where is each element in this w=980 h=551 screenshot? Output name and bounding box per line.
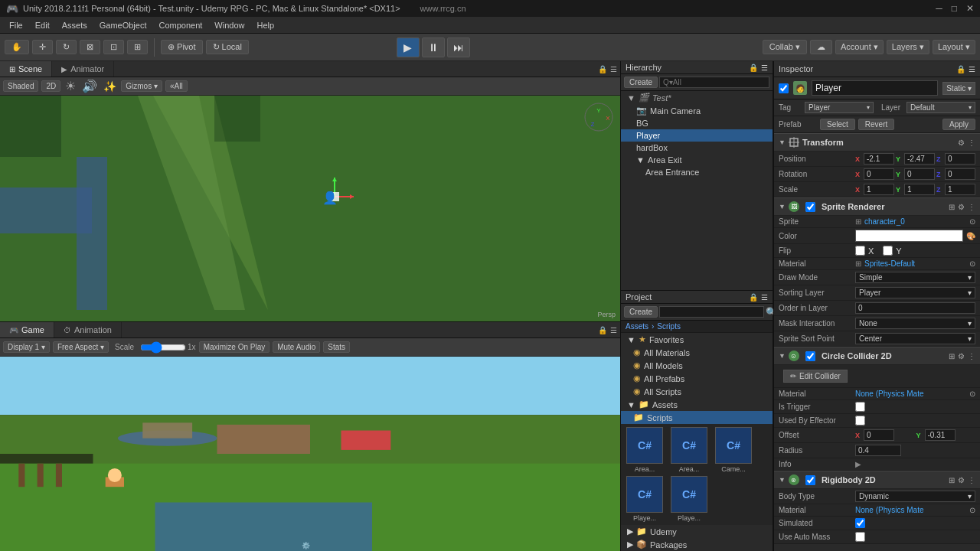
sprite-value[interactable]: character_0 — [864, 217, 905, 226]
assets-section[interactable]: ▼ 📁 Assets — [621, 398, 773, 411]
favorites-materials[interactable]: ◉ All Materials — [621, 346, 773, 359]
packages-folder[interactable]: ▶ 📦 Packages — [621, 538, 773, 551]
transform-icon-settings[interactable]: ⚙ — [958, 139, 965, 147]
hierarchy-create[interactable]: Create — [624, 77, 658, 88]
radius-input[interactable] — [855, 445, 901, 456]
asset-camera[interactable]: C# Came... — [713, 427, 754, 473]
favorites-section[interactable]: ▼ ★ Favorites — [621, 333, 773, 346]
material-pick[interactable]: ⊙ — [969, 259, 975, 268]
menu-gameobject[interactable]: GameObject — [93, 21, 153, 30]
order-layer-input[interactable] — [855, 302, 975, 314]
aspect-dropdown[interactable]: Free Aspect ▾ — [53, 341, 109, 353]
mask-dropdown[interactable]: None ▾ — [855, 318, 975, 329]
collab-button[interactable]: Collab ▾ — [763, 40, 807, 54]
simulated-checkbox[interactable] — [855, 518, 865, 528]
hierarchy-lock[interactable]: 🔒 — [749, 64, 758, 72]
tag-dropdown[interactable]: Player ▾ — [805, 102, 874, 113]
hierarchy-area-entrance[interactable]: Area Entrance — [621, 166, 773, 178]
scripts-folder-item[interactable]: 📁 Scripts — [621, 411, 773, 424]
pos-y-input[interactable] — [904, 153, 935, 165]
game-lock[interactable]: 🔒 — [598, 326, 607, 334]
fx-toggle[interactable]: ✨ — [102, 80, 118, 93]
audio-toggle[interactable]: 🔊 — [80, 79, 99, 93]
sprite-renderer-header[interactable]: ▼ 🖼 Sprite Renderer ⊞ ⚙ ⋮ — [774, 197, 980, 216]
sprite-renderer-checkbox[interactable] — [805, 202, 815, 212]
inspector-menu[interactable]: ☰ — [969, 65, 975, 73]
pos-z-input[interactable] — [945, 153, 975, 165]
game-menu[interactable]: ☰ — [610, 326, 617, 334]
minimize-button[interactable]: ─ — [936, 3, 942, 14]
hand-tool[interactable]: ✋ — [5, 40, 29, 54]
project-search-input[interactable] — [659, 306, 764, 318]
auto-mass-checkbox[interactable] — [855, 532, 865, 542]
cc-icon-settings[interactable]: ⚙ — [958, 352, 965, 360]
static-button[interactable]: Static ▾ — [942, 82, 975, 95]
hierarchy-search-input[interactable] — [659, 77, 769, 88]
sprite-pick[interactable]: ⊙ — [969, 217, 975, 226]
apply-button[interactable]: Apply — [942, 119, 975, 130]
transform-tool[interactable]: ⊞ — [127, 40, 148, 54]
rot-y-input[interactable] — [904, 168, 935, 180]
pivot-button[interactable]: ⊕ Pivot — [161, 40, 203, 54]
transform-icon-more[interactable]: ⋮ — [968, 139, 975, 147]
close-button[interactable]: ✕ — [966, 3, 974, 14]
layers-dropdown[interactable]: Layers ▾ — [887, 40, 929, 54]
edit-collider-button[interactable]: ✏ Edit Collider — [783, 370, 848, 383]
asset-player-2[interactable]: C# Playe... — [668, 476, 710, 522]
rigidbody-checkbox[interactable] — [805, 475, 815, 485]
tab-animator[interactable]: ▶ Animator — [52, 61, 114, 77]
transform-header[interactable]: ▼ Transform ⚙ ⋮ — [774, 133, 980, 152]
account-dropdown[interactable]: Account ▾ — [835, 40, 884, 54]
circle-collider-header[interactable]: ▼ ⊙ Circle Collider 2D ⊞ ⚙ ⋮ — [774, 347, 980, 365]
hierarchy-scene-item[interactable]: ▼ 🎬 Test* — [621, 91, 773, 104]
hierarchy-hardbox[interactable]: hardBox — [621, 142, 773, 154]
display-dropdown[interactable]: Display 1 ▾ — [3, 341, 50, 353]
cc-material-value[interactable]: None (Physics Mate — [855, 390, 923, 398]
tab-animation[interactable]: ⏱ Animation — [54, 322, 122, 337]
pos-x-input[interactable] — [864, 153, 894, 165]
move-tool[interactable]: ✛ — [32, 40, 53, 54]
project-lock[interactable]: 🔒 — [749, 293, 758, 302]
mute-button[interactable]: Mute Audio — [273, 341, 320, 353]
sprite-renderer-icon-settings[interactable]: ⚙ — [958, 203, 965, 211]
project-create[interactable]: Create — [624, 306, 658, 318]
scale-x-input[interactable] — [864, 184, 894, 195]
step-button[interactable]: ⏭ — [447, 37, 470, 57]
sort-point-dropdown[interactable]: Center ▾ — [855, 333, 975, 344]
offset-x-input[interactable] — [864, 429, 894, 441]
material-value[interactable]: Sprites-Default — [864, 259, 915, 268]
info-arrow[interactable]: ▶ — [855, 460, 861, 468]
trigger-checkbox[interactable] — [855, 402, 865, 412]
rb-material-value[interactable]: None (Physics Mate — [855, 506, 923, 514]
scale-y-input[interactable] — [904, 184, 935, 195]
rb-icon-ref[interactable]: ⊞ — [949, 476, 955, 484]
sprite-renderer-icon-more[interactable]: ⋮ — [968, 203, 975, 211]
favorites-prefabs[interactable]: ◉ All Prefabs — [621, 372, 773, 385]
breadcrumb-scripts[interactable]: Scripts — [657, 322, 681, 331]
cc-material-pick[interactable]: ⊙ — [969, 390, 975, 398]
menu-help[interactable]: Help — [250, 21, 280, 30]
menu-component[interactable]: Component — [152, 21, 208, 30]
scale-tool[interactable]: ⊠ — [80, 40, 100, 54]
2d-toggle[interactable]: 2D — [41, 80, 60, 92]
rot-x-input[interactable] — [864, 168, 894, 180]
local-button[interactable]: ↻ Local — [206, 40, 249, 54]
flip-x-checkbox[interactable] — [855, 246, 865, 256]
scene-menu[interactable]: ☰ — [610, 65, 617, 73]
circle-collider-checkbox[interactable] — [805, 351, 815, 361]
asset-area-1[interactable]: C# Area... — [624, 427, 665, 473]
scale-slider[interactable] — [140, 344, 186, 350]
rb-material-pick[interactable]: ⊙ — [969, 506, 975, 514]
draw-mode-dropdown[interactable]: Simple ▾ — [855, 272, 975, 283]
layer-dropdown[interactable]: Default ▾ — [906, 102, 975, 113]
object-active-checkbox[interactable] — [779, 83, 789, 93]
color-picker-icon[interactable]: 🎨 — [966, 232, 975, 240]
color-swatch[interactable] — [855, 230, 963, 242]
stats-button[interactable]: Stats — [323, 341, 350, 353]
hierarchy-player[interactable]: Player — [621, 129, 773, 142]
scene-lock[interactable]: 🔒 — [598, 65, 607, 73]
maximize-button[interactable]: Maximize On Play — [199, 341, 270, 353]
sprite-renderer-icon-ref[interactable]: ⊞ — [949, 203, 955, 211]
tab-scene[interactable]: ⊞ Scene — [0, 61, 52, 77]
shaded-dropdown[interactable]: Shaded — [3, 80, 38, 92]
